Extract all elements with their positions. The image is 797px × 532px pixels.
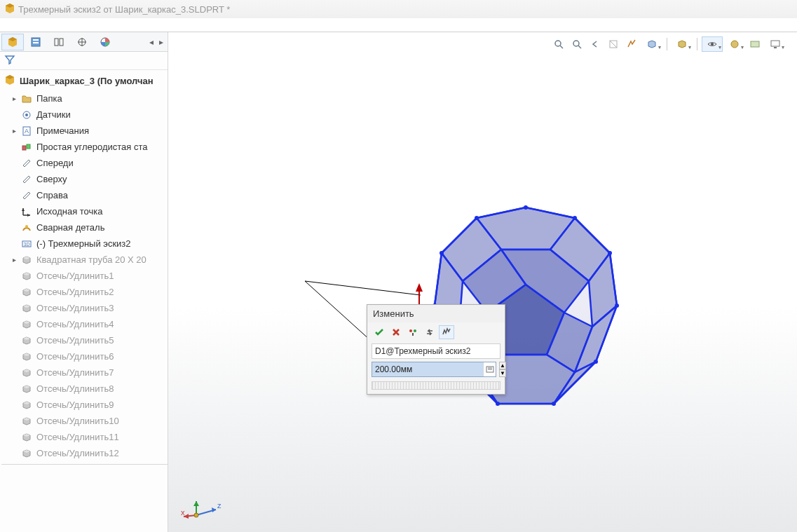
tree-caret-icon[interactable]: ▸ [11,256,17,264]
tree-caret-icon[interactable]: ▸ [11,95,17,102]
svg-marker-35 [416,283,423,292]
feature-tree[interactable]: Шарик_каркас_3 (По умолчан ▸ПапкаДатчики… [0,70,168,532]
svg-rect-66 [412,333,414,336]
modify-dimension-dialog[interactable]: Изменить D1@Трехмерный эскиз2 [367,304,505,395]
tree-item[interactable]: Отсечь/Удлинить7 [6,364,168,381]
tree-item[interactable]: 3D(-) Трехмерный эскиз2 [6,236,168,252]
tree-item[interactable]: Отсечь/Удлинить10 [6,413,168,429]
rebuild-icon[interactable] [405,325,421,339]
svg-point-63 [496,402,500,406]
tab-property-manager[interactable] [25,34,47,50]
ok-button[interactable] [372,325,387,339]
tree-item[interactable]: Сварная деталь [6,219,168,236]
tree-root-label: Шарик_каркас_3 (По умолчан [20,76,154,86]
tab-configuration-manager[interactable] [48,34,70,50]
tree-item[interactable]: Спереди [6,155,168,171]
material-icon [21,142,32,153]
window-titlebar: Трехмерный эскиз2 от Шарик_каркас_3.SLDP… [0,0,797,18]
plane-icon [21,174,32,185]
body-icon [21,254,32,266]
tree-item[interactable]: Отсечь/Удлинить5 [6,332,168,348]
model-wireframe [168,32,797,532]
tree-item[interactable]: Отсечь/Удлинить6 [6,348,168,364]
tree-item-label: Справа [36,190,68,200]
tree-item[interactable]: Отсечь/Удлинить8 [6,381,168,397]
value-spinner[interactable]: ▲ ▼ [499,362,506,377]
spin-down-button[interactable]: ▼ [499,369,506,377]
tree-item-label: Примечания [36,125,89,136]
tree-item[interactable]: ▸AПримечания [6,123,168,139]
svg-point-76 [194,513,198,517]
reverse-direction-icon[interactable] [422,325,437,339]
thumbwheel-slider[interactable] [372,381,500,390]
tree-item[interactable]: Отсечь/Удлинить9 [6,397,168,413]
tree-item-label: Отсечь/Удлинить3 [36,303,114,313]
cancel-button[interactable] [388,325,404,339]
svg-marker-75 [193,501,199,506]
body-icon [21,448,32,459]
dimension-value-input[interactable] [372,362,483,376]
panel-prev-icon[interactable]: ◂ [147,37,156,47]
sketch3d-icon: 3D [21,238,32,250]
tab-feature-manager[interactable] [1,34,24,50]
tree-caret-icon[interactable]: ▸ [11,127,17,135]
spin-up-button[interactable]: ▲ [499,362,506,369]
increment-settings-icon[interactable] [483,362,496,376]
svg-point-65 [414,329,416,332]
tree-item[interactable]: Простая углеродистая ста [6,139,168,155]
part-icon [4,74,15,88]
tree-item[interactable]: Датчики [6,107,168,123]
tree-item[interactable]: Отсечь/Удлинить11 [6,429,168,445]
tree-item-label: Исходная точка [36,206,103,217]
tree-item-label: Квадратная труба 20 X 20 [36,254,147,265]
tree-item[interactable]: Отсечь/Удлинить2 [6,284,168,300]
panel-next-icon[interactable]: ▸ [156,37,166,47]
svg-rect-3 [55,39,58,46]
graphics-viewport[interactable]: Изменить D1@Трехмерный эскиз2 [168,32,797,532]
tree-item-label: Отсечь/Удлинить1 [36,271,114,281]
document-tabs-area [0,18,797,32]
svg-point-56 [608,251,612,255]
axis-x-label: x [181,508,185,517]
svg-rect-4 [60,39,63,46]
tree-item[interactable]: Исходная точка [6,203,168,219]
svg-text:3D: 3D [24,242,30,247]
feature-manager-panel: ◂ ▸ Шарик_каркас_3 (По умолчан ▸ПапкаДат… [0,32,168,532]
filter-icon[interactable] [4,54,15,67]
tree-item[interactable]: Отсечь/Удлинить12 [6,445,168,461]
tree-item-label: Сверху [36,174,67,184]
thumbwheel-icon[interactable] [439,325,454,339]
svg-point-60 [594,360,598,364]
body-icon [21,367,32,378]
orientation-triad[interactable]: x z [182,494,224,524]
tree-filter-row [0,52,168,70]
svg-point-64 [409,329,412,332]
tree-item[interactable]: Отсечь/Удлинить4 [6,316,168,332]
panel-tabs: ◂ ▸ [0,32,168,52]
tree-item[interactable]: Справа [6,187,168,203]
tree-item[interactable]: Сверху [6,171,168,187]
svg-point-55 [475,216,479,220]
tree-item[interactable]: Отсечь/Удлинить3 [6,300,168,316]
svg-point-19 [25,225,28,228]
tree-item-label: Спереди [36,158,74,168]
body-icon [21,400,32,411]
tab-dimxpert[interactable] [71,34,93,50]
dialog-toolbar [367,322,505,342]
svg-point-10 [25,114,28,116]
sensor-icon [21,109,32,121]
tree-rollback-bar[interactable] [1,464,168,465]
tree-item[interactable]: ▸Квадратная труба 20 X 20 [6,252,168,268]
svg-marker-71 [212,507,216,512]
svg-rect-13 [22,146,26,150]
tree-item-label: Папка [36,93,62,104]
svg-rect-14 [27,144,30,149]
tree-item[interactable]: Отсечь/Удлинить1 [6,268,168,284]
tab-display-manager[interactable] [94,34,116,50]
body-icon [21,335,32,346]
tree-item-label: Отсечь/Удлинить12 [36,448,119,458]
dimension-name: D1@Трехмерный эскиз2 [372,343,500,359]
tree-item[interactable]: ▸Папка [6,90,168,107]
body-icon [21,416,32,427]
svg-point-57 [440,251,444,255]
